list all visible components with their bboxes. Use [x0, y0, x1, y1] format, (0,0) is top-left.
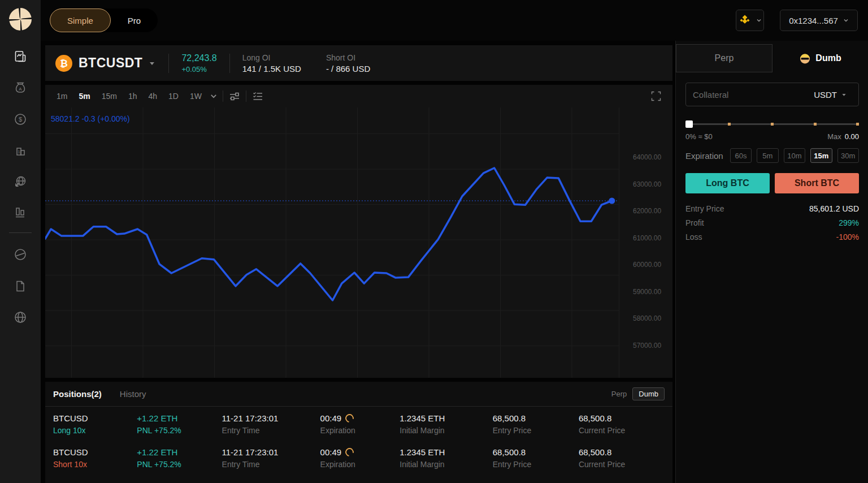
sidebar-item-earn[interactable]: $ — [14, 113, 27, 126]
initial-margin-value: 1.2345 ETH — [400, 413, 492, 423]
timeframe-1d[interactable]: 1D — [165, 90, 182, 102]
tab-positions[interactable]: Positions(2) — [53, 389, 102, 399]
position-row: BTCUSD Long 10x +1.22 ETH PNL +75.2% 11-… — [45, 407, 672, 441]
profit-row: Profit 299% — [685, 218, 859, 227]
price-axis-label: 64000.00 — [633, 153, 661, 161]
pair-dropdown-icon[interactable] — [148, 59, 156, 67]
slider-handle[interactable] — [685, 120, 693, 128]
leverage-slider[interactable] — [685, 120, 859, 128]
entry-price-label: Entry Price — [493, 460, 579, 469]
countdown-spinner-icon — [344, 446, 355, 458]
filter-dumb[interactable]: Dumb — [632, 387, 665, 400]
sidebar-item-leaderboard[interactable]: 1 — [14, 144, 27, 157]
entry-price-value: 85,601.2 USD — [809, 204, 859, 213]
current-price-label: Current Price — [579, 460, 665, 469]
entry-price-label: Entry Price — [493, 426, 579, 435]
positions-panel: Positions(2) History Perp Dumb BTCUSD Lo… — [45, 382, 672, 483]
slider-percent-value: 0% ≈ $0 — [685, 132, 713, 141]
timeframe-1m[interactable]: 1m — [53, 90, 71, 102]
timeframe-5m[interactable]: 5m — [75, 90, 93, 102]
slider-tick — [771, 123, 774, 126]
expiration-30m-button[interactable]: 30m — [837, 148, 859, 163]
timeframe-1h[interactable]: 1h — [125, 90, 141, 102]
expiration-value: 00:49 — [320, 413, 342, 423]
price-axis-label: 63000.00 — [633, 180, 661, 188]
price-chart[interactable]: 58021.2 -0.3 (+0.00%) — [45, 107, 619, 378]
position-size: +1.22 ETH — [137, 413, 222, 423]
position-row: BTCUSD Short 10x +1.22 ETH PNL +75.2% 11… — [45, 441, 672, 475]
sidebar-divider — [9, 232, 32, 233]
sidebar-item-language[interactable] — [14, 310, 27, 324]
position-side: Short 10x — [53, 460, 137, 469]
tab-perp[interactable]: Perp — [676, 44, 772, 72]
app-logo-icon[interactable] — [7, 6, 33, 32]
sidebar-item-limit[interactable] — [14, 248, 27, 261]
slider-readout: 0% ≈ $0 Max0.00 — [685, 132, 859, 141]
indicator-settings-icon[interactable] — [228, 90, 241, 102]
current-price-value: 68,500.8 — [579, 413, 665, 423]
timeframe-1w[interactable]: 1W — [186, 90, 205, 102]
initial-margin-label: Initial Margin — [400, 460, 492, 469]
mode-pro-button[interactable]: Pro — [111, 8, 158, 32]
profit-value: 299% — [839, 218, 859, 227]
wallet-address: 0x1234...567 — [789, 16, 838, 25]
sidebar-item-rewards[interactable]: A — [14, 81, 27, 94]
expiration-value: 00:49 — [320, 447, 342, 457]
loss-label: Loss — [685, 232, 702, 241]
price-change: +0.05% — [181, 65, 216, 74]
sidebar-item-trade[interactable] — [14, 50, 27, 63]
price-axis-label: 58000.00 — [633, 314, 661, 322]
sidebar-item-docs[interactable] — [14, 279, 27, 293]
mode-toggle: Simple Pro — [50, 8, 158, 32]
collateral-asset-label: USDT — [814, 90, 837, 100]
expiration-5m-button[interactable]: 5m — [757, 148, 778, 163]
loss-row: Loss -100% — [685, 232, 859, 241]
tab-dumb-label: Dumb — [815, 53, 841, 63]
checklist-icon[interactable] — [251, 90, 264, 102]
entry-time-value: 11-21 17:23:01 — [222, 447, 320, 457]
wallet-address-button[interactable]: 0x1234...567 — [780, 10, 858, 31]
price-axis[interactable]: 64000.0063000.0062000.0061000.0060000.00… — [619, 107, 672, 378]
price-axis-label: 61000.00 — [633, 234, 661, 242]
trade-panel-tabs: Perp Dumb — [676, 44, 868, 72]
price-block: 72,243.8 +0.05% — [181, 53, 216, 74]
position-size: +1.22 ETH — [137, 447, 222, 457]
sidebar-item-portfolio[interactable] — [14, 206, 27, 219]
divider — [168, 54, 169, 73]
price-axis-label: 57000.00 — [633, 342, 661, 350]
current-price-label: Current Price — [579, 426, 665, 435]
current-price-value: 68,500.8 — [579, 447, 665, 457]
timeframe-4h[interactable]: 4h — [145, 90, 161, 102]
short-btc-button[interactable]: Short BTC — [775, 173, 859, 193]
position-pair: BTCUSD — [53, 447, 137, 457]
network-selector[interactable] — [736, 10, 764, 31]
expiration-label: Expiration — [685, 151, 723, 161]
initial-margin-label: Initial Margin — [400, 426, 492, 435]
timeframe-more-icon[interactable] — [210, 92, 218, 100]
collateral-input[interactable] — [693, 90, 814, 100]
timeframe-15m[interactable]: 15m — [98, 90, 120, 102]
long-btc-button[interactable]: Long BTC — [685, 173, 770, 193]
ticker-bar: ₿ BTCUSDT 72,243.8 +0.05% Long OI 141 / … — [45, 45, 672, 81]
trade-panel: Perp Dumb USDT 0% ≈ $0 Max0.00 — [675, 41, 868, 483]
position-side: Long 10x — [53, 426, 137, 435]
filter-perp[interactable]: Perp — [611, 390, 627, 398]
mode-simple-button[interactable]: Simple — [50, 8, 111, 32]
collateral-asset-selector[interactable]: USDT — [814, 90, 847, 100]
position-pnl: PNL +75.2% — [137, 460, 222, 469]
expiration-row: Expiration 60s 5m 10m 15m 30m — [685, 148, 859, 163]
slider-tick — [814, 123, 817, 126]
chevron-down-icon — [756, 18, 762, 23]
chevron-down-icon — [843, 18, 849, 23]
collateral-field: USDT — [685, 83, 859, 106]
chart-panel: 1m 5m 15m 1h 4h 1D 1W 58021.2 -0.3 (+0.0… — [45, 85, 672, 378]
expiration-15m-button[interactable]: 15m — [810, 148, 832, 163]
slider-tick — [728, 123, 731, 126]
svg-text:1: 1 — [18, 149, 20, 154]
expiration-60s-button[interactable]: 60s — [730, 148, 752, 163]
tab-dumb[interactable]: Dumb — [772, 44, 868, 72]
expiration-10m-button[interactable]: 10m — [784, 148, 805, 163]
sidebar-item-referral[interactable] — [14, 175, 27, 188]
tab-history[interactable]: History — [120, 389, 146, 399]
fullscreen-icon[interactable] — [651, 91, 661, 101]
